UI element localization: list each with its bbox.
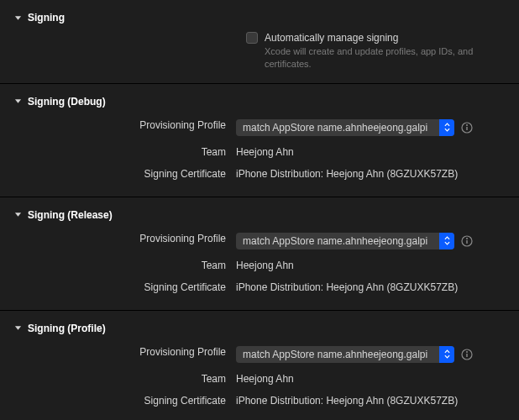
- chevron-up-down-icon: [439, 233, 454, 249]
- chevron-up-down-icon: [439, 346, 454, 363]
- signing-certificate-row: Signing Certificate iPhone Distribution:…: [0, 276, 519, 298]
- section-title: Signing (Profile): [28, 323, 106, 334]
- section-header-signing-debug[interactable]: Signing (Debug): [0, 92, 519, 114]
- auto-manage-signing-label: Automatically manage signing: [265, 32, 398, 44]
- team-value: Heejong Ahn: [236, 373, 506, 385]
- signing-certificate-value: iPhone Distribution: Heejong Ahn (8GZUXK…: [236, 168, 506, 180]
- section-header-signing[interactable]: Signing: [0, 8, 519, 30]
- provisioning-profile-dropdown[interactable]: match AppStore name.ahnheejeong.galpi: [236, 233, 454, 249]
- svg-point-1: [466, 124, 468, 126]
- provisioning-profile-label: Provisioning Profile: [13, 119, 236, 131]
- signing-certificate-label: Signing Certificate: [13, 281, 236, 293]
- section-signing-debug: Signing (Debug) Provisioning Profile mat…: [0, 84, 519, 197]
- info-icon[interactable]: [461, 122, 473, 134]
- auto-manage-signing-checkbox[interactable]: [246, 32, 258, 44]
- team-label: Team: [13, 146, 236, 158]
- provisioning-profile-label: Provisioning Profile: [13, 346, 236, 358]
- section-signing: Signing Automatically manage signing Xco…: [0, 0, 519, 84]
- signing-certificate-row: Signing Certificate iPhone Distribution:…: [0, 390, 519, 412]
- team-value: Heejong Ahn: [236, 260, 506, 271]
- svg-point-7: [466, 351, 468, 353]
- section-title: Signing (Release): [28, 209, 113, 221]
- team-value: Heejong Ahn: [236, 146, 506, 158]
- disclosure-triangle-icon: [13, 323, 23, 333]
- dropdown-text: match AppStore name.ahnheejeong.galpi: [236, 122, 439, 134]
- provisioning-profile-dropdown[interactable]: match AppStore name.ahnheejeong.galpi: [236, 119, 454, 136]
- signing-certificate-row: Signing Certificate iPhone Distribution:…: [0, 163, 519, 185]
- signing-certificate-value: iPhone Distribution: Heejong Ahn (8GZUXK…: [236, 395, 506, 407]
- svg-rect-8: [466, 354, 467, 357]
- dropdown-text: match AppStore name.ahnheejeong.galpi: [236, 349, 439, 360]
- disclosure-triangle-icon: [13, 97, 23, 106]
- section-header-signing-profile[interactable]: Signing (Profile): [0, 319, 519, 341]
- team-label: Team: [13, 260, 236, 271]
- svg-rect-5: [466, 240, 467, 244]
- section-title: Signing: [28, 12, 65, 24]
- disclosure-triangle-icon: [13, 210, 23, 219]
- svg-point-4: [466, 238, 468, 239]
- info-icon[interactable]: [461, 349, 473, 360]
- provisioning-profile-row: Provisioning Profile match AppStore name…: [0, 228, 519, 255]
- team-row: Team Heejong Ahn: [0, 141, 519, 163]
- provisioning-profile-label: Provisioning Profile: [13, 233, 236, 244]
- auto-manage-signing-row: Automatically manage signing Xcode will …: [0, 30, 519, 71]
- disclosure-triangle-icon: [13, 13, 23, 23]
- chevron-up-down-icon: [439, 119, 454, 136]
- signing-certificate-value: iPhone Distribution: Heejong Ahn (8GZUXK…: [236, 281, 506, 293]
- provisioning-profile-dropdown[interactable]: match AppStore name.ahnheejeong.galpi: [236, 346, 454, 363]
- section-header-signing-release[interactable]: Signing (Release): [0, 206, 519, 228]
- team-label: Team: [13, 373, 236, 385]
- svg-rect-2: [466, 127, 467, 130]
- auto-manage-signing-hint: Xcode will create and update profiles, a…: [265, 45, 500, 71]
- section-signing-release: Signing (Release) Provisioning Profile m…: [0, 197, 519, 311]
- team-row: Team Heejong Ahn: [0, 368, 519, 390]
- signing-certificate-label: Signing Certificate: [13, 168, 236, 180]
- section-signing-profile: Signing (Profile) Provisioning Profile m…: [0, 311, 519, 420]
- provisioning-profile-row: Provisioning Profile match AppStore name…: [0, 341, 519, 368]
- provisioning-profile-row: Provisioning Profile match AppStore name…: [0, 114, 519, 141]
- dropdown-text: match AppStore name.ahnheejeong.galpi: [236, 235, 439, 247]
- info-icon[interactable]: [461, 235, 473, 247]
- team-row: Team Heejong Ahn: [0, 255, 519, 276]
- section-title: Signing (Debug): [28, 96, 106, 108]
- signing-certificate-label: Signing Certificate: [13, 395, 236, 407]
